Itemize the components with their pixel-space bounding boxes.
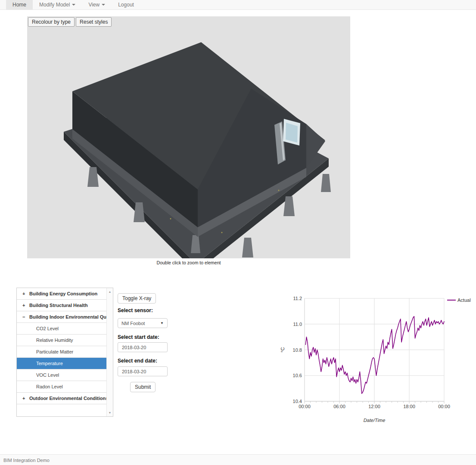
tree-item-label: CO2 Level bbox=[36, 326, 59, 331]
sensor-category-list: +Building Energy Consumption+Building St… bbox=[17, 288, 106, 416]
tree-item-building-structural-health[interactable]: +Building Structural Health bbox=[17, 300, 106, 311]
tree-item-label: Radon Level bbox=[36, 384, 63, 389]
start-date-input[interactable] bbox=[118, 342, 168, 352]
series-line-actual bbox=[305, 316, 444, 394]
y-tick-label: 11.0 bbox=[293, 322, 302, 327]
temperature-chart: 10.410.610.811.011.200:0006:0012:0018:00… bbox=[280, 295, 476, 428]
toggle-xray-button[interactable]: Toggle X-ray bbox=[118, 293, 156, 304]
legend-label: Actual bbox=[457, 298, 471, 303]
tree-item-co2-level[interactable]: CO2 Level bbox=[17, 323, 106, 335]
chevron-down-icon: ▼ bbox=[160, 321, 164, 325]
reset-styles-button[interactable]: Reset styles bbox=[76, 17, 112, 27]
tree-item-temperature[interactable]: Temperature bbox=[17, 358, 106, 369]
tree-item-label: Particulate Matter bbox=[36, 349, 73, 354]
expand-icon[interactable]: + bbox=[22, 393, 29, 404]
tree-item-outdoor-environmental-conditions[interactable]: +Outdoor Environmental Conditions bbox=[17, 393, 106, 404]
viewer-caption: Double click to zoom to element bbox=[27, 260, 350, 265]
sensor-category-panel: +Building Energy Consumption+Building St… bbox=[16, 288, 113, 417]
tree-item-label: Building Indoor Environmental Quality bbox=[29, 314, 106, 319]
x-tick-label: 06:00 bbox=[333, 404, 345, 409]
sensor-select[interactable]: NM Foobot ▼ bbox=[118, 318, 168, 328]
tree-empty-row bbox=[17, 404, 106, 416]
recolour-by-type-button[interactable]: Recolour by type bbox=[28, 17, 75, 27]
footer-text: BIM Integration Demo bbox=[3, 458, 50, 463]
tree-item-particulate-matter[interactable]: Particulate Matter bbox=[17, 346, 106, 358]
submit-button[interactable]: Submit bbox=[130, 382, 156, 392]
collapse-icon[interactable]: − bbox=[22, 311, 29, 322]
tree-item-radon-level[interactable]: Radon Level bbox=[17, 381, 106, 393]
expand-icon[interactable]: + bbox=[22, 288, 29, 299]
query-controls: Toggle X-ray Select sensor: NM Foobot ▼ … bbox=[118, 293, 178, 397]
scrollbar[interactable]: ▲ ▼ bbox=[106, 288, 113, 416]
scroll-up-icon[interactable]: ▲ bbox=[107, 290, 113, 293]
footer: BIM Integration Demo bbox=[0, 454, 476, 465]
end-date-input[interactable] bbox=[118, 366, 168, 376]
scroll-down-icon[interactable]: ▼ bbox=[107, 411, 113, 414]
start-date-label: Select start date: bbox=[118, 334, 159, 340]
x-axis-title: Date/Time bbox=[364, 418, 386, 423]
expand-icon[interactable]: + bbox=[22, 300, 29, 311]
y-tick-label: 10.6 bbox=[293, 373, 302, 378]
top-navbar: HomeModify ModelViewLogout bbox=[0, 0, 476, 10]
tree-item-relative-humidity[interactable]: Relative Humidity bbox=[17, 335, 106, 346]
tree-item-building-energy-consumption[interactable]: +Building Energy Consumption bbox=[17, 288, 106, 300]
tree-item-voc-level[interactable]: VOC Level bbox=[17, 369, 106, 381]
x-tick-label: 00:00 bbox=[299, 404, 311, 409]
tree-item-label: Outdoor Environmental Conditions bbox=[29, 396, 106, 401]
tree-item-label: VOC Level bbox=[36, 372, 59, 378]
y-tick-label: 11.2 bbox=[293, 296, 302, 301]
tree-item-building-indoor-environmental-quality[interactable]: −Building Indoor Environmental Quality bbox=[17, 311, 106, 323]
x-tick-label: 18:00 bbox=[403, 404, 415, 409]
sensor-select-label: Select sensor: bbox=[118, 307, 153, 313]
nav-item-home[interactable]: Home bbox=[6, 0, 33, 9]
building-3d-model[interactable] bbox=[27, 16, 350, 258]
x-tick-label: 12:00 bbox=[368, 404, 380, 409]
tree-item-label: Building Structural Health bbox=[29, 303, 88, 308]
nav-item-view[interactable]: View bbox=[82, 0, 112, 9]
tree-item-label: Relative Humidity bbox=[36, 338, 73, 343]
sensor-select-value: NM Foobot bbox=[121, 321, 145, 326]
nav-item-modify-model[interactable]: Modify Model bbox=[33, 0, 82, 9]
nav-item-logout[interactable]: Logout bbox=[112, 0, 140, 9]
page: HomeModify ModelViewLogout Recolour by t… bbox=[0, 0, 476, 465]
tree-item-label: Building Energy Consumption bbox=[29, 291, 97, 296]
end-date-label: Select end date: bbox=[118, 358, 157, 364]
y-tick-label: 10.8 bbox=[293, 347, 302, 353]
chevron-down-icon bbox=[72, 4, 75, 6]
building-window-glass bbox=[286, 123, 298, 143]
chevron-down-icon bbox=[102, 4, 105, 6]
model-viewer-canvas[interactable]: Recolour by type Reset styles bbox=[27, 16, 350, 258]
x-tick-label: 00:00 bbox=[438, 404, 450, 409]
tree-item-label: Temperature bbox=[36, 361, 63, 366]
y-tick-label: 10.4 bbox=[293, 399, 302, 404]
viewer-toolbar: Recolour by type Reset styles bbox=[28, 17, 112, 27]
y-axis-title: °C bbox=[280, 347, 285, 352]
